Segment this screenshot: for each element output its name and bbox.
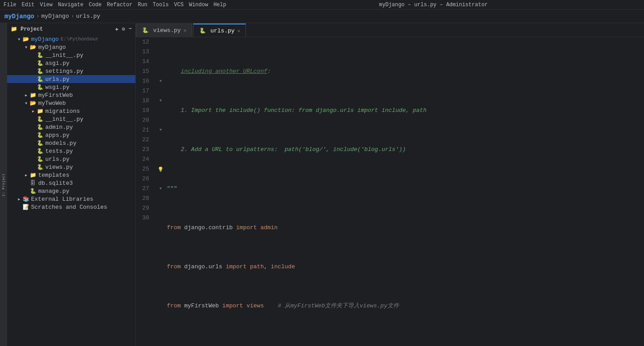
sidebar-item-templates[interactable]: templates [7,171,135,179]
gutter-27: ▼ [156,184,165,194]
sidebar-item-scratches[interactable]: Scratches and Consoles [7,203,135,211]
gutter-15 [156,67,165,76]
menu-file[interactable]: File [4,2,16,8]
gutter-30 [156,213,165,223]
ln-28: 28 [136,194,153,203]
ln-30: 30 [136,213,153,223]
add-icon[interactable]: ✚ [115,26,118,32]
sidebar-item-wsgi[interactable]: wsgi.py [7,83,135,91]
breadcrumb-part2[interactable]: urls.py [76,13,100,20]
sidebar-item-label: db.sqlite3 [38,180,73,187]
sidebar-item-admin[interactable]: admin.py [7,123,135,131]
menu-help[interactable]: Help [213,2,226,8]
menu-navigate[interactable]: Navigate [58,2,83,8]
ln-18: 18 [136,96,153,106]
arrow-icon [16,204,22,210]
menu-refactor[interactable]: Refactor [107,2,133,8]
code-line-13: 1. Import the include() function: from d… [167,106,644,115]
arrow-icon [30,156,36,162]
main-layout: 1: Project 📁 Project ✚ ⚙ − myDjango E:\P… [0,23,644,346]
ln-14: 14 [136,57,153,67]
py-icon [36,52,43,59]
tab-close-urls[interactable]: ✕ [237,28,241,34]
gutter-28 [156,194,165,203]
sidebar-wrapper: 1: Project 📁 Project ✚ ⚙ − myDjango E:\P… [0,23,136,346]
sidebar-item-myfirstweb[interactable]: myFirstWeb [7,91,135,99]
sidebar-item-apps[interactable]: apps.py [7,131,135,139]
ln-19: 19 [136,106,153,115]
sidebar-item-label: manage.py [38,188,69,195]
code-editor[interactable]: 12 13 14 15 16 17 18 19 20 21 22 23 24 2… [136,37,644,346]
sidebar-item-label: __init__.py [45,52,83,59]
gutter-14 [156,57,165,67]
sidebar-item-label: templates [38,172,69,179]
sidebar-item-urls-selected[interactable]: urls.py [7,75,135,83]
editor-area: views.py ✕ urls.py ✕ 12 13 14 15 16 17 1… [136,23,644,346]
gutter-23 [156,145,165,155]
sidebar-item-label: myDjango [38,44,66,51]
ln-16: 16 [136,76,153,86]
gutter-21: ▼ [156,125,165,135]
code-content[interactable]: including another URLconf: 1. Import the… [165,37,644,346]
menu-edit[interactable]: Edit [22,2,35,8]
gutter-25-bulb[interactable]: 💡 [156,164,165,174]
tab-close-views[interactable]: ✕ [183,28,186,33]
tab-views-py[interactable]: views.py ✕ [136,24,192,37]
sidebar-item-twoweb-init[interactable]: __init__.py [7,115,135,123]
gutter-17 [156,86,165,96]
sidebar-item-tests[interactable]: tests.py [7,147,135,155]
breadcrumb-root[interactable]: myDjango [4,13,34,20]
menu-run[interactable]: Run [138,2,147,8]
sidebar-content[interactable]: myDjango E:\PythonSour myDjango __init__… [7,35,135,346]
sidebar-item-label: wsgi.py [45,84,70,91]
ln-23: 23 [136,145,153,155]
code-line-19 [167,340,644,346]
ln-13: 13 [136,47,153,57]
minimize-icon[interactable]: − [129,26,132,32]
breadcrumb-part1[interactable]: myDjango [41,13,69,20]
py-icon [36,131,43,139]
ln-17: 17 [136,86,153,96]
py-icon [36,68,43,75]
sidebar-item-ext-libs[interactable]: External Libraries [7,195,135,203]
sidebar-item-label: settings.py [45,68,83,75]
breadcrumb: myDjango › myDjango › urls.py [0,10,644,23]
code-line-15: """ [167,184,644,194]
ln-24: 24 [136,155,153,164]
sidebar-item-db[interactable]: db.sqlite3 [7,179,135,187]
gutter-12 [156,37,165,47]
gutter-16: ▼ [156,76,165,86]
sidebar-item-settings[interactable]: settings.py [7,67,135,75]
tab-urls-py[interactable]: urls.py ✕ [193,24,246,37]
gutter-22 [156,135,165,145]
menu-tools[interactable]: Tools [153,2,169,8]
arrow-icon [30,132,36,138]
sidebar-item-label: admin.py [45,124,73,131]
tabs-bar[interactable]: views.py ✕ urls.py ✕ [136,23,644,37]
sidebar-icons[interactable]: ✚ ⚙ − [115,26,132,32]
sidebar[interactable]: 📁 Project ✚ ⚙ − myDjango E:\PythonSour [7,23,136,346]
arrow-icon [30,164,36,170]
sidebar-item-mydjango-root[interactable]: myDjango E:\PythonSour [7,35,135,43]
menu-bar[interactable]: File Edit View Navigate Code Refactor Ru… [4,2,226,8]
py-icon [36,123,43,131]
sidebar-item-label: apps.py [45,132,70,139]
sidebar-item-label: urls.py [45,76,70,83]
menu-window[interactable]: Window [189,2,208,8]
sidebar-item-mytwoweb[interactable]: myTwoWeb [7,99,135,107]
arrow-icon [30,60,36,66]
scratches-icon [22,203,29,211]
sidebar-item-models[interactable]: models.py [7,139,135,147]
sidebar-item-mydjango-sub[interactable]: myDjango [7,43,135,51]
sidebar-item-manage[interactable]: manage.py [7,187,135,195]
sidebar-item-migrations[interactable]: migrations [7,107,135,115]
arrow-icon [30,116,36,122]
sidebar-item-init[interactable]: __init__.py [7,51,135,59]
menu-vcs[interactable]: VCS [174,2,184,8]
settings-icon[interactable]: ⚙ [122,26,125,32]
menu-code[interactable]: Code [89,2,102,8]
sidebar-item-twoweb-urls[interactable]: urls.py [7,155,135,163]
sidebar-item-twoweb-views[interactable]: views.py [7,163,135,171]
menu-view[interactable]: View [40,2,53,8]
sidebar-item-asgi[interactable]: asgi.py [7,59,135,67]
